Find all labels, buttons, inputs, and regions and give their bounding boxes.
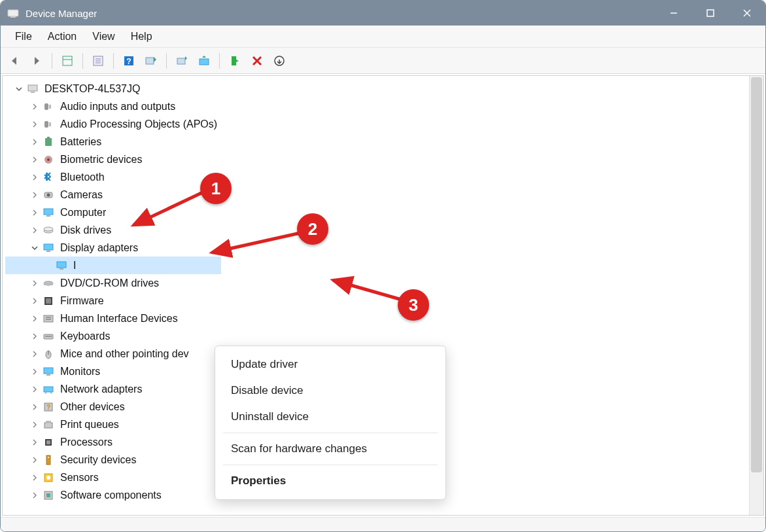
svg-rect-1 [10, 16, 16, 18]
tree-category[interactable]: Keyboards [5, 327, 746, 345]
category-icon [42, 312, 55, 325]
context-disable-device[interactable]: Disable device [215, 378, 445, 404]
device-icon [55, 259, 68, 272]
update-driver-button[interactable] [172, 51, 192, 71]
show-hide-tree-button[interactable] [58, 51, 77, 71]
annotation-badge-2: 2 [297, 213, 328, 245]
category-label: Firmware [60, 295, 104, 307]
chevron-right-icon[interactable] [29, 295, 41, 307]
category-icon [42, 436, 55, 449]
category-label: Mice and other pointing dev [60, 348, 189, 360]
scan-button[interactable] [141, 51, 161, 71]
chevron-right-icon[interactable] [29, 154, 41, 166]
chevron-right-icon[interactable] [29, 207, 41, 219]
category-label: Audio inputs and outputs [60, 101, 175, 113]
tree-category[interactable]: Computer [5, 204, 746, 221]
svg-point-63 [48, 457, 49, 458]
context-update-driver[interactable]: Update driver [215, 351, 445, 378]
maximize-button[interactable] [692, 1, 729, 26]
context-scan-hardware[interactable]: Scan for hardware changes [215, 436, 445, 462]
category-label: Display adapters [60, 242, 138, 254]
context-properties[interactable]: Properties [215, 468, 445, 494]
category-label: Computer [60, 207, 106, 219]
chevron-right-icon[interactable] [29, 489, 41, 501]
svg-rect-43 [46, 298, 51, 304]
svg-line-68 [212, 233, 300, 253]
tree-category[interactable]: Biometric devices [5, 151, 746, 168]
svg-rect-14 [146, 58, 154, 64]
category-icon [42, 418, 55, 431]
chevron-right-icon[interactable] [29, 436, 41, 448]
context-uninstall-device[interactable]: Uninstall device [215, 404, 445, 430]
chevron-right-icon[interactable] [29, 189, 41, 201]
category-icon [42, 171, 55, 184]
chevron-right-icon[interactable] [29, 401, 41, 413]
tree-root[interactable]: DESKTOP-4L537JQ [5, 80, 746, 98]
category-icon [42, 100, 55, 113]
svg-rect-3 [707, 10, 714, 16]
category-icon [42, 294, 55, 308]
chevron-right-icon[interactable] [29, 101, 41, 113]
category-label: Security devices [60, 454, 137, 466]
chevron-right-icon[interactable] [29, 330, 41, 342]
tree-category[interactable]: Display adapters [5, 239, 746, 257]
menu-action[interactable]: Action [40, 28, 84, 45]
chevron-right-icon[interactable] [29, 419, 41, 431]
chevron-right-icon[interactable] [29, 171, 41, 183]
svg-rect-44 [44, 315, 53, 322]
category-icon [42, 241, 55, 255]
chevron-right-icon[interactable] [29, 136, 41, 148]
chevron-right-icon[interactable] [29, 313, 41, 325]
add-legacy-button[interactable] [270, 51, 289, 71]
chevron-right-icon[interactable] [29, 454, 41, 466]
svg-rect-6 [63, 56, 72, 65]
chevron-down-icon[interactable] [13, 83, 25, 95]
tree-root-label: DESKTOP-4L537JQ [44, 83, 140, 95]
app-icon [7, 7, 19, 19]
uninstall-button[interactable] [194, 51, 214, 71]
svg-rect-15 [177, 58, 185, 64]
menu-view[interactable]: View [84, 28, 122, 45]
chevron-right-icon[interactable] [29, 118, 41, 130]
tree-device[interactable]: I [5, 257, 221, 274]
chevron-right-icon[interactable] [29, 277, 41, 289]
close-button[interactable] [729, 1, 765, 26]
vertical-scrollbar[interactable] [749, 76, 763, 515]
category-icon [42, 153, 55, 166]
chevron-down-icon[interactable] [29, 242, 41, 254]
category-label: Other devices [60, 401, 125, 413]
tree-category[interactable]: Audio Processing Objects (APOs) [5, 115, 746, 133]
category-icon [42, 471, 55, 484]
enable-device-button[interactable] [225, 51, 245, 71]
disable-device-button[interactable] [247, 51, 267, 71]
tree-category[interactable]: Bluetooth [5, 168, 746, 186]
back-button[interactable] [5, 51, 24, 71]
properties-button[interactable] [88, 51, 108, 71]
computer-icon [26, 82, 39, 96]
help-button[interactable]: ? [119, 51, 139, 71]
menu-file[interactable]: File [7, 28, 40, 45]
category-label: Disk drives [60, 224, 111, 236]
svg-text:?: ? [46, 404, 50, 411]
tree-category[interactable]: Cameras [5, 186, 746, 204]
tree-category[interactable]: Audio inputs and outputs [5, 98, 746, 115]
scrollbar-thumb[interactable] [751, 77, 762, 472]
svg-rect-32 [44, 209, 53, 215]
chevron-right-icon[interactable] [29, 383, 41, 395]
svg-rect-24 [49, 105, 51, 109]
category-label: Bluetooth [60, 171, 105, 183]
chevron-right-icon[interactable] [29, 348, 41, 360]
chevron-right-icon[interactable] [29, 366, 41, 378]
chevron-right-icon[interactable] [29, 472, 41, 484]
svg-rect-23 [44, 103, 48, 110]
chevron-right-icon[interactable] [29, 224, 41, 236]
annotation-badge-3: 3 [398, 289, 429, 321]
tree-category[interactable]: Batteries [5, 133, 746, 151]
category-icon [42, 118, 55, 131]
tree-category[interactable]: Disk drives [5, 221, 746, 239]
forward-button[interactable] [27, 51, 46, 71]
menu-help[interactable]: Help [123, 28, 160, 45]
minimize-button[interactable] [655, 1, 692, 26]
device-manager-window: Device Manager File Action View Help ? [0, 0, 766, 532]
category-label: Cameras [60, 189, 103, 201]
